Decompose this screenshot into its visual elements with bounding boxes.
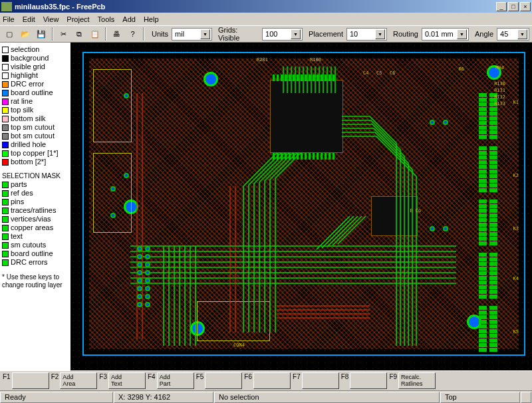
mask-item[interactable]: vertices/vias bbox=[2, 215, 68, 223]
legend-item[interactable]: bot sm cutout bbox=[2, 132, 68, 140]
minimize-button[interactable]: _ bbox=[496, 2, 507, 11]
units-combo[interactable]: mil▼ bbox=[172, 28, 212, 41]
fkey-label: F4 bbox=[148, 372, 156, 380]
fkey-button[interactable] bbox=[12, 372, 49, 389]
ref-des: K5 bbox=[513, 329, 519, 335]
menu-help[interactable]: Help bbox=[144, 15, 159, 23]
legend-item[interactable]: bottom silk bbox=[2, 114, 68, 123]
help-icon[interactable]: ? bbox=[126, 27, 140, 41]
ref-des: R201 bbox=[257, 57, 268, 63]
via bbox=[137, 254, 142, 259]
legend-item[interactable]: top sm cutout bbox=[2, 123, 68, 132]
pcb-canvas[interactable]: R201 R100 C4 C5 C6 R6 MH4 R130 R131 R132… bbox=[70, 43, 532, 370]
legend-item[interactable]: highlight bbox=[2, 71, 68, 80]
pad bbox=[479, 271, 487, 275]
resize-grip[interactable] bbox=[521, 392, 531, 403]
ref-des: C6 bbox=[390, 70, 395, 76]
pad bbox=[489, 184, 497, 188]
legend-item[interactable]: bottom [2*] bbox=[2, 158, 68, 166]
pad bbox=[479, 184, 487, 188]
angle-combo[interactable]: 45▼ bbox=[497, 28, 529, 41]
pad bbox=[489, 281, 497, 285]
fkey-button[interactable] bbox=[205, 372, 242, 389]
menu-edit[interactable]: Edit bbox=[23, 15, 35, 23]
via bbox=[145, 286, 150, 291]
routing-label: Routing bbox=[393, 30, 418, 38]
pad bbox=[489, 160, 497, 164]
fkey-label: F3 bbox=[99, 372, 107, 380]
pad bbox=[489, 135, 497, 139]
pad bbox=[489, 343, 497, 347]
pad bbox=[297, 153, 299, 160]
grids-combo[interactable]: 100▼ bbox=[262, 28, 303, 41]
menu-file[interactable]: File bbox=[3, 15, 15, 23]
status-coords: X: 3298 Y: 4162 bbox=[114, 392, 213, 403]
via bbox=[137, 302, 142, 307]
legend-item[interactable]: selection bbox=[2, 45, 68, 54]
fkey-button[interactable]: AddArea bbox=[60, 372, 97, 389]
pad bbox=[479, 253, 487, 257]
fkey-button[interactable]: Recalc.Ratlines bbox=[398, 372, 436, 389]
pad bbox=[479, 213, 487, 217]
mask-item[interactable]: pins bbox=[2, 198, 68, 206]
menu-view[interactable]: View bbox=[43, 15, 59, 23]
ref-des: R132 bbox=[494, 94, 505, 100]
cut-icon[interactable]: ✂ bbox=[57, 27, 70, 41]
maximize-button[interactable]: □ bbox=[508, 2, 519, 11]
pad bbox=[489, 151, 497, 155]
via bbox=[430, 226, 435, 231]
menu-tools[interactable]: Tools bbox=[98, 15, 115, 23]
pad bbox=[479, 267, 487, 271]
pad bbox=[479, 295, 487, 299]
close-button[interactable]: × bbox=[520, 2, 531, 11]
mask-item[interactable]: sm cutouts bbox=[2, 241, 68, 249]
fkey-button[interactable]: AddText bbox=[108, 372, 146, 389]
fkey-label: F5 bbox=[196, 372, 204, 380]
mask-item[interactable]: ref des bbox=[2, 189, 68, 198]
via bbox=[124, 173, 129, 178]
pad bbox=[479, 126, 487, 130]
legend-item[interactable]: DRC error bbox=[2, 80, 68, 88]
fkey-button[interactable] bbox=[253, 372, 291, 389]
fkey-button[interactable] bbox=[302, 372, 339, 389]
menu-project[interactable]: Project bbox=[66, 15, 89, 23]
legend-item[interactable]: visible grid bbox=[2, 63, 68, 71]
mask-item[interactable]: parts bbox=[2, 180, 68, 189]
pad bbox=[489, 126, 497, 130]
mask-item[interactable]: text bbox=[2, 232, 68, 241]
paste-icon[interactable]: 📋 bbox=[88, 27, 102, 41]
pad bbox=[479, 325, 487, 329]
pad bbox=[479, 165, 487, 169]
placement-combo[interactable]: 10▼ bbox=[346, 28, 387, 41]
open-file-icon[interactable]: 📂 bbox=[19, 27, 33, 41]
mask-item[interactable]: traces/ratlines bbox=[2, 206, 68, 215]
mask-item[interactable]: board outline bbox=[2, 249, 68, 258]
fkey-button[interactable]: AddPart bbox=[157, 372, 194, 389]
board-outline: R201 R100 C4 C5 C6 R6 MH4 R130 R131 R132… bbox=[82, 52, 525, 356]
pad bbox=[479, 223, 487, 227]
pad bbox=[479, 146, 487, 150]
mask-item[interactable]: DRC errors bbox=[2, 258, 68, 267]
selection-mask-title: SELECTION MASK bbox=[2, 172, 68, 180]
mask-item[interactable]: copper areas bbox=[2, 223, 68, 232]
legend-item[interactable]: board outline bbox=[2, 88, 68, 97]
pad bbox=[489, 146, 497, 150]
pad bbox=[489, 188, 497, 192]
pad bbox=[479, 348, 487, 352]
legend-item[interactable]: background bbox=[2, 54, 68, 63]
legend-item[interactable]: rat line bbox=[2, 97, 68, 106]
pad bbox=[479, 107, 487, 111]
legend-item[interactable]: top copper [1*] bbox=[2, 149, 68, 158]
fkey-button[interactable] bbox=[350, 372, 387, 389]
routing-combo[interactable]: 0.01 mm▼ bbox=[422, 28, 469, 41]
copy-icon[interactable]: ⧉ bbox=[72, 27, 86, 41]
legend-item[interactable]: drilled hole bbox=[2, 140, 68, 149]
pad bbox=[489, 320, 497, 324]
print-icon[interactable]: 🖶 bbox=[110, 27, 124, 41]
via bbox=[137, 294, 142, 299]
menu-add[interactable]: Add bbox=[122, 15, 136, 23]
units-label: Units bbox=[152, 30, 168, 38]
new-file-icon[interactable]: ▢ bbox=[3, 27, 17, 41]
save-file-icon[interactable]: 💾 bbox=[35, 27, 49, 41]
legend-item[interactable]: top silk bbox=[2, 106, 68, 114]
